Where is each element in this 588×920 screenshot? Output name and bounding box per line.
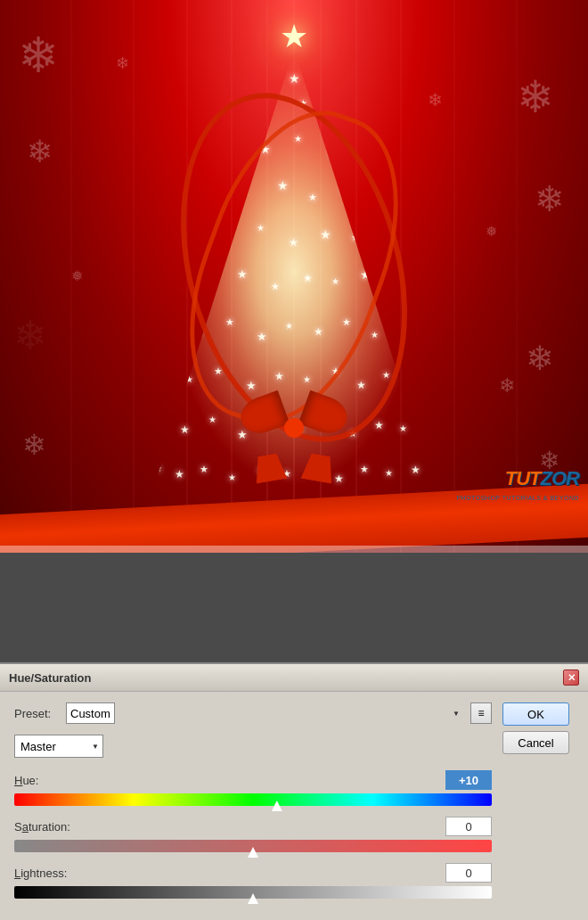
dialog-title: Hue/Saturation <box>9 671 91 685</box>
dialog-buttons: OK Cancel <box>502 702 574 909</box>
saturation-slider-group: Saturation: 0 <box>14 817 492 852</box>
dialog-titlebar: Hue/Saturation ✕ <box>0 664 588 692</box>
dialog-controls: Preset: Custom ≡ Master H <box>14 702 492 909</box>
saturation-label-row: Saturation: 0 <box>14 817 492 836</box>
dialog-close-button[interactable]: ✕ <box>563 669 579 686</box>
channel-row: Master <box>14 735 492 758</box>
preset-select-wrapper: Custom <box>66 702 463 724</box>
lightness-value-display[interactable]: 0 <box>445 863 492 883</box>
saturation-value-display[interactable]: 0 <box>445 817 492 836</box>
snowflake: ❄ <box>526 339 554 378</box>
saturation-track[interactable] <box>14 840 492 852</box>
hue-label: Hue: <box>14 774 38 787</box>
saturation-label: Saturation: <box>14 820 70 834</box>
christmas-tree: ★ ★ ★ ★ ★ ★ ★ ★ ★ ★ ★ ★ ★ ★ ★ ★ ★ ★ <box>116 18 472 517</box>
snowflake: ❅ <box>71 267 83 284</box>
channel-select-wrapper: Master <box>14 735 103 758</box>
tree-star: ★ <box>280 18 308 55</box>
snowflake: ❄ <box>499 374 515 398</box>
saturation-thumb[interactable] <box>248 847 258 858</box>
hue-label-row: Hue: +10 <box>14 770 492 790</box>
preset-row: Preset: Custom ≡ <box>14 702 492 724</box>
lightness-slider-group: Lightness: 0 <box>14 863 492 899</box>
snowflake: ❄ <box>517 71 554 123</box>
snowflake: ❅ <box>486 223 497 240</box>
lightness-label: Lightness: <box>14 867 67 880</box>
watermark-sub: PHOTOSHOP TUTORIALS & BEYOND <box>456 495 579 501</box>
snowflake: ❄ <box>18 27 59 84</box>
preset-select[interactable]: Custom <box>66 702 115 724</box>
lightness-thumb[interactable] <box>248 893 258 904</box>
hue-track[interactable] <box>14 793 492 806</box>
hue-slider-group: Hue: +10 <box>14 770 492 806</box>
lightness-label-row: Lightness: 0 <box>14 863 492 883</box>
hue-thumb[interactable] <box>272 801 282 811</box>
snowflake: ❄ <box>22 428 46 462</box>
ok-button[interactable]: OK <box>502 702 569 726</box>
lightness-track[interactable] <box>14 886 492 899</box>
preset-icon-button[interactable]: ≡ <box>470 702 492 724</box>
dialog-body: Preset: Custom ≡ Master H <box>0 692 588 920</box>
cancel-button[interactable]: Cancel <box>502 731 569 754</box>
snowflake: ❄ <box>535 178 565 219</box>
image-preview: ❄ ❄ ❄ ❄ ❄ ❄ ❄ ❄ ❄ ❄ ❄ ❅ ❅ ★ ★ ★ ★ ★ ★ ★ … <box>0 0 588 553</box>
watermark-brand: TUTZOR <box>505 467 579 490</box>
channel-select[interactable]: Master <box>14 735 103 758</box>
hue-saturation-dialog: Hue/Saturation ✕ Preset: Custom ≡ Mast <box>0 662 588 920</box>
snowflake: ❄ <box>27 134 53 169</box>
hue-value-display[interactable]: +10 <box>445 770 492 790</box>
preset-label: Preset: <box>14 707 59 720</box>
snowflake: ❄ <box>13 312 47 359</box>
